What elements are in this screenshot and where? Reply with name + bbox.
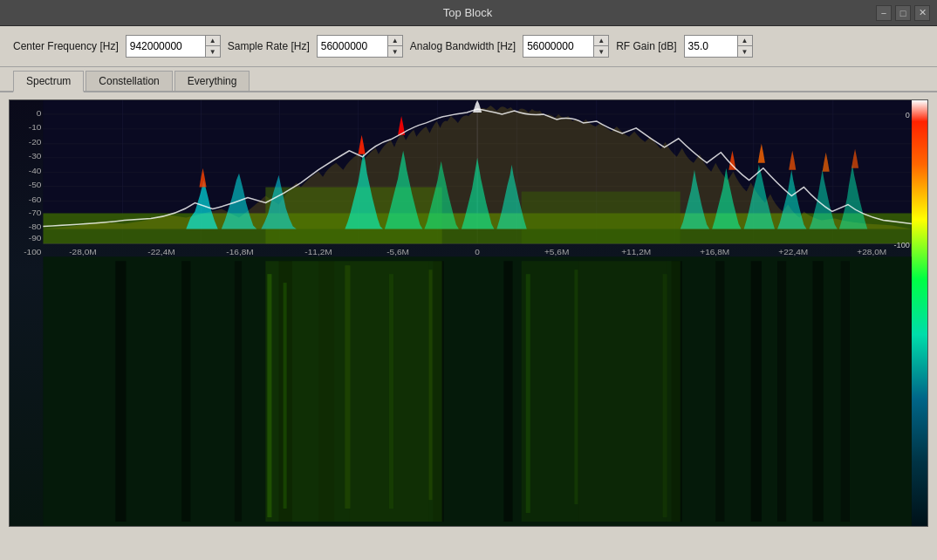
center-freq-spinner: ▲ ▼ [205,36,220,57]
svg-rect-63 [813,261,824,522]
svg-text:0: 0 [37,108,42,118]
toolbar: Center Frequency [Hz] ▲ ▼ Sample Rate [H… [0,26,937,67]
svg-rect-52 [235,261,242,522]
svg-text:+5,6M: +5,6M [544,247,569,256]
svg-text:-30: -30 [29,151,42,160]
svg-rect-67 [267,274,271,517]
svg-text:-16,8M: -16,8M [226,247,253,256]
svg-rect-57 [503,261,512,522]
svg-rect-65 [265,261,441,522]
minimize-button[interactable]: − [876,5,892,21]
rf-gain-input[interactable]: ▲ ▼ [684,35,753,58]
sample-rate-label: Sample Rate [Hz] [228,40,310,52]
rf-gain-spinner: ▲ ▼ [737,36,752,57]
tab-spectrum[interactable]: Spectrum [13,71,84,92]
svg-text:-60: -60 [29,195,42,204]
center-freq-down[interactable]: ▼ [206,46,220,57]
svg-rect-68 [284,283,287,509]
svg-text:-40: -40 [29,166,42,175]
svg-rect-66 [522,261,681,522]
svg-text:+28,0M: +28,0M [857,247,886,256]
main-window: Center Frequency [Hz] ▲ ▼ Sample Rate [H… [0,26,937,560]
rf-gain-field[interactable] [685,36,737,57]
rf-gain-up[interactable]: ▲ [738,36,752,46]
svg-rect-61 [751,261,762,522]
analog-bw-down[interactable]: ▼ [594,46,608,57]
svg-rect-74 [663,274,667,517]
svg-rect-73 [574,270,578,504]
svg-rect-62 [777,261,786,522]
center-freq-input[interactable]: ▲ ▼ [126,35,221,58]
tabs-bar: Spectrum Constellation Everything [0,67,937,92]
spectrum-display: 0 -10 -20 -30 -40 -50 -60 -70 -80 -90 -1… [9,99,928,527]
tab-constellation[interactable]: Constellation [85,71,172,91]
svg-text:-22,4M: -22,4M [147,247,174,256]
rf-gain-down[interactable]: ▼ [738,46,752,57]
svg-text:-100: -100 [894,241,910,249]
svg-text:-80: -80 [29,222,42,231]
svg-text:-11,2M: -11,2M [304,247,332,256]
analog-bw-input[interactable]: ▲ ▼ [523,35,609,58]
sample-rate-down[interactable]: ▼ [388,46,402,57]
svg-rect-70 [389,274,393,509]
svg-rect-50 [115,261,126,522]
spectrum-svg: 0 -10 -20 -30 -40 -50 -60 -70 -80 -90 -1… [10,100,927,526]
svg-rect-69 [345,265,350,509]
analog-bw-label: Analog Bandwidth [Hz] [410,40,516,52]
title-bar: Top Block − □ ✕ [0,0,937,26]
svg-text:-50: -50 [29,180,42,189]
sample-rate-spinner: ▲ ▼ [387,36,402,57]
analog-bw-up[interactable]: ▲ [594,36,608,46]
svg-rect-72 [526,274,530,513]
svg-rect-51 [181,261,190,522]
svg-text:-70: -70 [29,208,42,218]
svg-text:-20: -20 [29,137,42,147]
svg-text:+11,2M: +11,2M [621,247,651,256]
sample-rate-field[interactable] [318,36,387,57]
svg-rect-27 [522,192,681,244]
analog-bw-spinner: ▲ ▼ [593,36,608,57]
center-freq-field[interactable] [127,36,205,57]
svg-text:0: 0 [906,111,910,120]
svg-rect-60 [715,261,724,522]
svg-text:-28,0M: -28,0M [69,247,96,256]
window-title: Top Block [59,6,876,19]
close-button[interactable]: ✕ [914,5,930,21]
svg-rect-71 [428,270,432,500]
center-freq-label: Center Frequency [Hz] [13,40,119,52]
svg-text:-10: -10 [29,122,42,132]
svg-rect-1 [912,100,927,526]
svg-rect-64 [841,261,850,522]
rf-gain-label: RF Gain [dB] [616,40,676,52]
maximize-button[interactable]: □ [895,5,911,21]
svg-text:-90: -90 [29,233,42,242]
center-freq-up[interactable]: ▲ [206,36,220,46]
svg-text:+16,8M: +16,8M [700,247,729,256]
sample-rate-up[interactable]: ▲ [388,36,402,46]
analog-bw-field[interactable] [523,36,593,57]
tab-everything[interactable]: Everything [174,71,250,91]
sample-rate-input[interactable]: ▲ ▼ [317,35,403,58]
window-controls: − □ ✕ [876,5,930,21]
svg-text:0: 0 [475,247,480,256]
svg-text:-100: -100 [24,247,42,256]
svg-text:+22,4M: +22,4M [778,247,808,256]
svg-text:-5,6M: -5,6M [386,247,409,256]
